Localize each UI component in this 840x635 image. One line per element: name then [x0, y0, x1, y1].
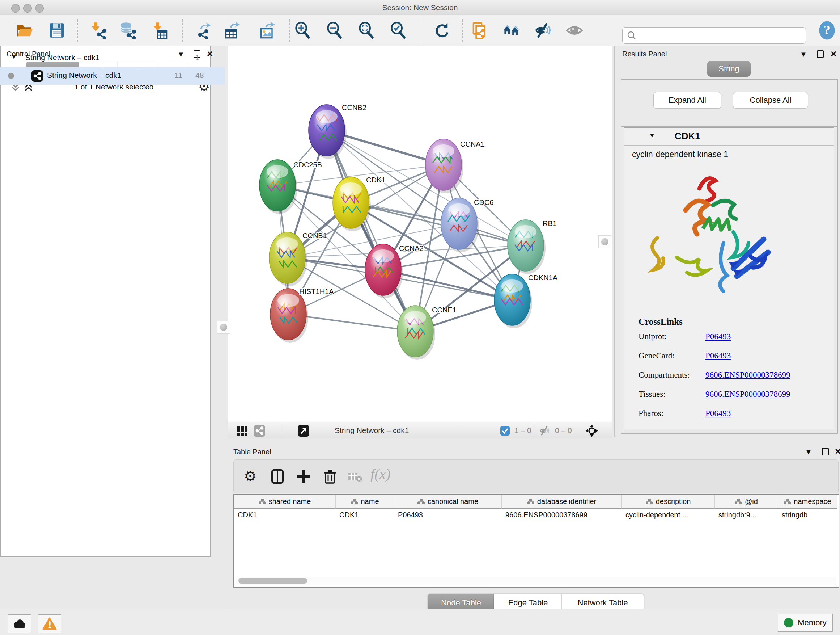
network-row-label: String Network – cdk1	[47, 71, 121, 80]
table-cell[interactable]: 9606.ENSP00000378699	[502, 509, 622, 521]
table-cell[interactable]: cyclin-dependent ...	[622, 509, 714, 521]
column-header-database-identifier[interactable]: database identifier	[502, 495, 622, 509]
crosslink-link[interactable]: 9606.ENSP00000378699	[706, 371, 790, 379]
network-node-cdc25b[interactable]: CDC25B	[259, 160, 322, 214]
toolbar-separator	[462, 19, 463, 42]
panel-splitter[interactable]	[614, 46, 615, 437]
network-view-canvas[interactable]: CCNB2CCNA1CDC25BCDK1CDC6RB1CCNB1CCNA2CDK…	[228, 46, 612, 422]
create-column-icon[interactable]	[296, 469, 312, 485]
zoom-out-icon[interactable]	[326, 22, 343, 39]
show-all-icon[interactable]	[566, 22, 583, 39]
first-neighbors-icon[interactable]	[503, 22, 520, 39]
close-panel-icon[interactable]: ×	[835, 448, 840, 455]
open-in-window-icon[interactable]	[297, 424, 309, 437]
refresh-icon[interactable]	[433, 22, 451, 39]
table-cell[interactable]: P06493	[394, 509, 501, 521]
crosslink-link[interactable]: 9606.ENSP00000378699	[706, 390, 790, 399]
table-options-gear-icon[interactable]: ⚙	[244, 468, 257, 485]
table-cell[interactable]: CDK1	[234, 509, 335, 521]
network-collection-row[interactable]: ▼ String Network – cdk1 1	[0, 51, 225, 67]
search-input[interactable]	[622, 27, 806, 44]
collection-expand-icon[interactable]: ▼	[11, 54, 17, 61]
column-header-description[interactable]: description	[622, 495, 715, 509]
delete-column-icon[interactable]	[322, 469, 338, 485]
selected-checkbox-icon[interactable]	[500, 426, 510, 436]
network-edge[interactable]	[327, 130, 415, 331]
window-title: Session: New Session	[0, 3, 840, 12]
network-node-ccnb2[interactable]: CCNB2	[309, 103, 366, 159]
collapse-all-button[interactable]: Collapse All	[733, 92, 808, 109]
control-panel: Control Panel ▼ × Network Style Select S…	[0, 46, 225, 609]
expand-all-button[interactable]: Expand All	[653, 92, 722, 109]
column-header-canonical-name[interactable]: canonical name	[394, 495, 502, 509]
memory-button[interactable]: Memory	[778, 614, 833, 632]
warning-button[interactable]	[38, 614, 61, 633]
network-node-cdkn1a[interactable]: CDKN1A	[494, 274, 558, 328]
network-node-cdc6[interactable]: CDC6	[441, 198, 493, 252]
network-icon[interactable]	[253, 424, 265, 437]
zoom-in-icon[interactable]	[294, 22, 311, 39]
crosslink-link[interactable]: P06493	[706, 409, 731, 418]
column-header-shared-name[interactable]: shared name	[234, 495, 336, 509]
network-graph[interactable]: CCNB2CCNA1CDC25BCDK1CDC6RB1CCNB1CCNA2CDK…	[228, 46, 612, 422]
table-panel: Table Panel ▼ × ⚙ f(x) shared nameCDK1na…	[228, 439, 840, 608]
network-row-selected[interactable]: String Network – cdk1 11 48	[0, 67, 225, 85]
network-list: ▼ String Network – cdk1 1 String Network…	[0, 46, 210, 557]
hide-selected-icon[interactable]	[535, 22, 552, 39]
export-network-icon[interactable]	[195, 22, 213, 39]
zoom-fit-icon[interactable]	[358, 22, 375, 39]
scrollbar-thumb[interactable]	[238, 578, 307, 584]
maximize-panel-icon[interactable]	[822, 448, 829, 455]
network-edge-count: 48	[195, 71, 204, 80]
tab-string[interactable]: String	[707, 61, 751, 77]
duplicate-network-icon[interactable]	[471, 22, 488, 39]
hidden-count: 0 – 0	[555, 426, 572, 435]
column-header-namespace[interactable]: namespace	[778, 495, 837, 509]
zoom-selected-icon[interactable]	[390, 22, 407, 39]
crosslink-link[interactable]: P06493	[706, 351, 731, 360]
toolbar-separator	[77, 19, 78, 42]
network-node-rb1[interactable]: RB1	[508, 219, 557, 274]
crosslink-label: Compartments:	[638, 371, 706, 380]
collection-label: String Network – cdk1	[25, 53, 99, 62]
save-session-icon[interactable]	[48, 22, 65, 39]
splitter-handle[interactable]	[217, 321, 230, 334]
node-label-ccnb2: CCNB2	[342, 103, 366, 111]
collection-count: 1	[195, 53, 200, 62]
import-network-icon[interactable]	[90, 22, 107, 39]
crosslink-link[interactable]: P06493	[706, 332, 731, 341]
import-network-from-database-icon[interactable]	[119, 22, 137, 39]
column-header--id[interactable]: @id	[715, 495, 778, 509]
crosslink-label: Uniprot:	[638, 332, 706, 341]
toolbar-separator	[289, 19, 290, 42]
grid-view-icon[interactable]	[237, 425, 248, 436]
table-cell[interactable]: stringdb	[778, 509, 837, 521]
node-table[interactable]: shared nameCDK1nameCDK1canonical nameP06…	[233, 494, 839, 587]
toolbar-separator	[534, 424, 534, 437]
table-cell[interactable]: CDK1	[336, 509, 394, 521]
application-window: Session: New Session ? Control Panel ▼	[0, 0, 840, 635]
float-panel-icon[interactable]: ▼	[800, 50, 807, 59]
close-panel-icon[interactable]: ×	[831, 50, 836, 57]
cloud-button[interactable]	[8, 614, 31, 633]
table-cell[interactable]: stringdb:9...	[715, 509, 778, 521]
network-node-hist1h1a[interactable]: HIST1H1A	[270, 287, 334, 343]
network-node-ccna1[interactable]: CCNA1	[425, 139, 485, 193]
collapse-section-icon[interactable]: ▼	[649, 131, 655, 139]
show-columns-icon[interactable]	[270, 469, 286, 485]
birds-eye-view-icon[interactable]	[585, 424, 598, 437]
export-table-icon[interactable]	[224, 22, 241, 39]
node-label-hist1h1a: HIST1H1A	[299, 287, 334, 295]
help-icon[interactable]: ?	[817, 20, 837, 41]
export-image-icon[interactable]	[259, 22, 276, 39]
network-node-ccna2[interactable]: CCNA2	[365, 244, 424, 298]
horizontal-scrollbar[interactable]	[235, 577, 836, 585]
splitter-handle[interactable]	[598, 235, 611, 249]
import-table-icon[interactable]	[151, 22, 169, 39]
network-node-ccne1[interactable]: CCNE1	[397, 306, 456, 360]
open-session-icon[interactable]	[16, 22, 33, 39]
node-card-header[interactable]: ▼ CDK1	[624, 128, 834, 146]
float-panel-icon[interactable]: ▼	[805, 448, 812, 456]
maximize-panel-icon[interactable]	[817, 50, 824, 58]
column-header-name[interactable]: name	[336, 495, 394, 509]
